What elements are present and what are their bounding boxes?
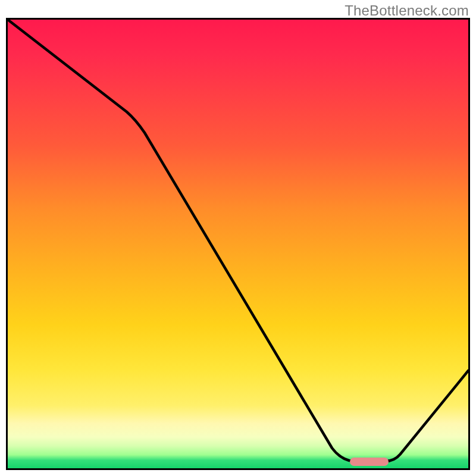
chart-frame: [6, 18, 470, 470]
bottleneck-curve: [8, 20, 468, 468]
watermark-text: TheBottleneck.com: [345, 2, 469, 19]
curve-path: [8, 20, 468, 461]
optimal-range-marker: [350, 458, 389, 466]
